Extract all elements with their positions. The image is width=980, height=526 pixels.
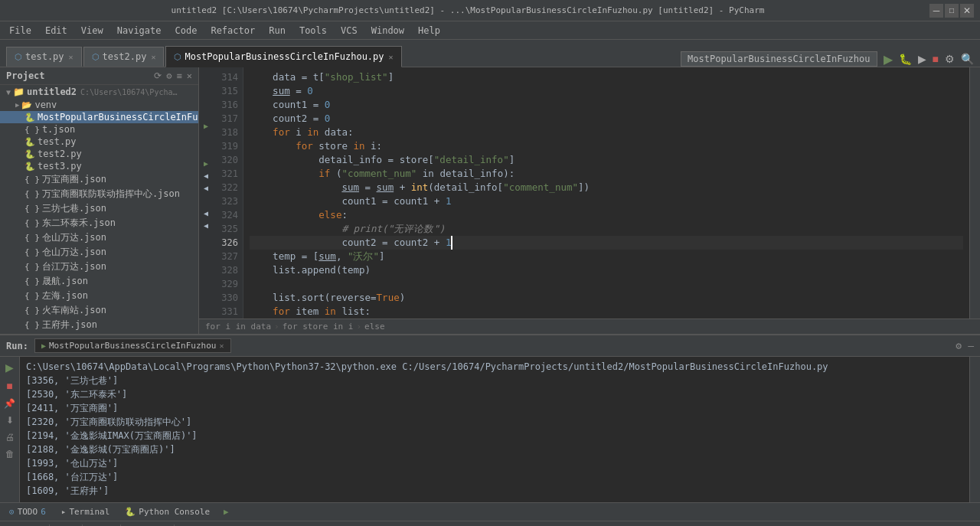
tab-close-icon[interactable]: ✕: [69, 53, 74, 61]
minimize-panel-icon[interactable]: —: [968, 340, 974, 351]
tab-test2-py[interactable]: ⬡ test2.py ✕: [83, 47, 165, 67]
sidebar-item-shenhang-json[interactable]: { } 晟航.json: [0, 274, 198, 289]
tab-close-icon[interactable]: ✕: [389, 53, 394, 61]
root-folder-icon: 📁: [13, 87, 24, 97]
minimize-button[interactable]: ─: [929, 4, 943, 18]
coverage-button[interactable]: ▶: [918, 53, 926, 65]
debug-button[interactable]: 🐛: [899, 53, 912, 65]
pin-button[interactable]: 📌: [2, 397, 17, 410]
run-bottom-btn[interactable]: ▶: [219, 505, 234, 518]
breadcrumb-item-3[interactable]: else: [364, 322, 385, 332]
bottom-tabs: ⊙ TODO 6 ▸ Terminal 🐍 Python Console ▶: [0, 502, 980, 521]
sidebar-item-zuohai-json[interactable]: { } 左海.json: [0, 289, 198, 303]
titlebar: untitled2 [C:\Users\10674\PycharmProject…: [0, 0, 980, 21]
sidebar-item-taijiang-json[interactable]: { } 台江万达.json: [0, 260, 198, 274]
menu-item-refactor[interactable]: Refactor: [204, 24, 261, 38]
breadcrumb-sep-2: ›: [356, 322, 361, 332]
clear-button[interactable]: 🗑: [4, 447, 16, 461]
code-line-329: [250, 277, 963, 291]
sidebar-item-main-py[interactable]: 🐍 MostPopularBusinessCircleInFuzhou.py: [0, 111, 198, 123]
code-content[interactable]: data = t["shop_list"] sum = 0 count1 = 0…: [243, 67, 969, 319]
code-area[interactable]: ▶ ▶ ◀ ◀ ◀ ◀ 314315316317318 31932: [199, 67, 980, 319]
menu-item-file[interactable]: File: [3, 24, 38, 38]
editor-scrollbar[interactable]: [969, 67, 980, 319]
settings-icon[interactable]: ⚙: [166, 70, 172, 81]
sidebar-item-tianding-json[interactable]: { } 田鼎.json: [0, 332, 198, 334]
tab-python-console[interactable]: 🐍 Python Console: [119, 505, 216, 518]
run-tab-icon: ▶: [41, 341, 46, 350]
close-sidebar-icon[interactable]: ✕: [187, 70, 192, 81]
tab-main-py[interactable]: ⬡ MostPopularBusinessCircleInFuzhou.py ✕: [165, 46, 401, 67]
menu-item-help[interactable]: Help: [412, 24, 446, 38]
menu-item-navigate[interactable]: Navigate: [111, 24, 168, 38]
tab-close-icon[interactable]: ✕: [151, 53, 155, 61]
settings-button[interactable]: ⚙: [945, 53, 955, 65]
breadcrumb-item-2[interactable]: for store in i: [283, 322, 354, 332]
run-result-7: [1668, '台江万达']: [26, 470, 963, 484]
menu-item-window[interactable]: Window: [365, 24, 410, 38]
breadcrumb: for i in data › for store in i › else: [199, 319, 980, 334]
item-label: 万宝商圈联防联动指挥中心.json: [42, 188, 180, 201]
menu-item-tools[interactable]: Tools: [293, 24, 333, 38]
stop-button[interactable]: ■: [933, 53, 939, 65]
sync-icon[interactable]: ⟳: [154, 70, 162, 81]
item-label: 田鼎.json: [42, 333, 88, 334]
collapse-icon[interactable]: ≡: [177, 70, 182, 81]
json-icon: { }: [24, 305, 40, 315]
menu-item-run[interactable]: Run: [263, 24, 292, 38]
tab-terminal[interactable]: ▸ Terminal: [55, 505, 116, 518]
py-file-icon: ⬡: [15, 52, 22, 62]
settings-run-icon[interactable]: ⚙: [956, 340, 962, 351]
sidebar-item-t-json[interactable]: { } t.json: [0, 123, 198, 136]
search-everywhere-button[interactable]: 🔍: [961, 53, 974, 65]
menu-item-code[interactable]: Code: [169, 24, 204, 38]
run-result-3: [2320, '万宝商圈联防联动指挥中心']: [26, 415, 963, 429]
sidebar-item-wangfujing-json[interactable]: { } 王府井.json: [0, 318, 198, 332]
json-icon: { }: [24, 262, 40, 272]
code-line-319: for store in i:: [250, 139, 963, 153]
run-tab-label: MostPopularBusinessCircleInFuzhou: [49, 341, 217, 351]
run-tab-close-icon[interactable]: ✕: [219, 341, 224, 350]
rerun-button[interactable]: ▶: [4, 360, 15, 375]
json-icon: { }: [24, 204, 40, 214]
titlebar-title: untitled2 [C:\Users\10674\PycharmProject…: [6, 5, 929, 15]
run-scrollbar[interactable]: [969, 357, 980, 502]
stop-run-button[interactable]: ■: [5, 378, 14, 394]
print-button[interactable]: 🖨: [4, 430, 16, 444]
sidebar-item-wanbao2-json[interactable]: { } 万宝商圈联防联动指挥中心.json: [0, 187, 198, 201]
tab-test-py[interactable]: ⬡ test.py ✕: [6, 47, 82, 67]
sidebar-item-wanbao-json[interactable]: { } 万宝商圈.json: [0, 172, 198, 187]
menu-item-vcs[interactable]: VCS: [335, 24, 364, 38]
code-line-331: for item in list:: [250, 305, 963, 319]
run-button[interactable]: ▶: [884, 52, 893, 67]
scroll-end-button[interactable]: ⬇: [5, 413, 15, 427]
root-label: untitled2: [27, 87, 77, 97]
sidebar-item-dongerhuan-json[interactable]: { } 东二环泰禾.json: [0, 216, 198, 230]
sidebar-item-test2-py[interactable]: 🐍 test2.py: [0, 148, 198, 160]
run-result-8: [1609, '王府井']: [26, 484, 963, 498]
item-label: 左海.json: [42, 289, 88, 302]
code-line-325: # print("无评论数"): [250, 222, 963, 236]
menu-item-edit[interactable]: Edit: [39, 24, 74, 38]
run-panel-header: Run: ▶ MostPopularBusinessCircleInFuzhou…: [0, 335, 980, 357]
item-label: venv: [34, 100, 57, 110]
run-tab[interactable]: ▶ MostPopularBusinessCircleInFuzhou ✕: [34, 338, 231, 353]
sidebar-item-cangshan1-json[interactable]: { } 仓山万达.json: [0, 230, 198, 245]
breadcrumb-item-1[interactable]: for i in data: [205, 322, 271, 332]
sidebar-item-huoche-json[interactable]: { } 火车南站.json: [0, 303, 198, 318]
maximize-button[interactable]: □: [945, 4, 959, 18]
code-line-316: count1 = 0: [250, 98, 963, 112]
menu-item-view[interactable]: View: [75, 24, 109, 38]
close-button[interactable]: ✕: [960, 4, 974, 18]
code-line-327: temp = [sum, "沃尔"]: [250, 250, 963, 263]
py-icon: 🐍: [24, 137, 35, 147]
project-root[interactable]: ▼ 📁 untitled2 C:\Users\10674\PycharmProj…: [0, 85, 198, 99]
sidebar-item-sanfang-json[interactable]: { } 三坊七巷.json: [0, 201, 198, 216]
tab-todo[interactable]: ⊙ TODO 6: [3, 505, 52, 518]
sidebar-item-cangshan2-json[interactable]: { } 仓山万达.json: [0, 245, 198, 260]
sidebar-item-test3-py[interactable]: 🐍 test3.py: [0, 160, 198, 172]
run-output[interactable]: C:\Users\10674\AppData\Local\Programs\Py…: [20, 357, 969, 502]
run-config-label: MostPopularBusinessCircleInFuzhou: [681, 51, 877, 67]
sidebar-item-venv[interactable]: ▶ 📂 venv: [0, 99, 198, 111]
sidebar-item-test-py[interactable]: 🐍 test.py: [0, 136, 198, 148]
